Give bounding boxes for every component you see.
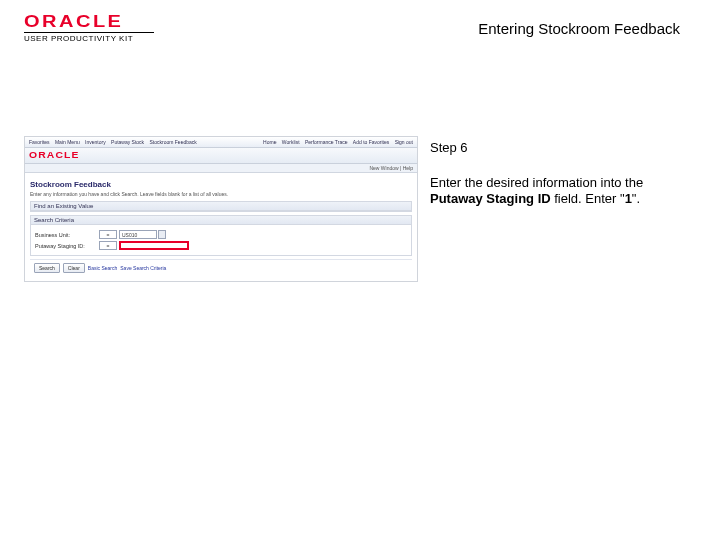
find-section-header: Find an Existing Value	[31, 202, 411, 211]
instruction-part1: Enter the desired information into the	[430, 175, 643, 190]
instruction-value: 1	[625, 191, 632, 206]
crumb-item[interactable]: Inventory	[85, 139, 106, 145]
button-bar: Search Clear Basic Search Save Search Cr…	[30, 259, 412, 277]
global-actions: Home Worklist Performance Trace Add to F…	[259, 139, 413, 145]
putaway-staging-id-row: Putaway Staging ID: =	[35, 241, 407, 250]
putaway-staging-id-field[interactable]	[119, 241, 189, 250]
step-instruction: Enter the desired information into the P…	[430, 175, 675, 208]
app-body: Stockroom Feedback Enter any information…	[25, 173, 417, 281]
oracle-logo: ORACLE	[24, 14, 187, 30]
home-link[interactable]: Home	[263, 139, 276, 145]
app-brandrow: ORACLE	[25, 148, 417, 164]
crumb-item[interactable]: Main Menu	[55, 139, 80, 145]
save-criteria-link[interactable]: Save Search Criteria	[120, 265, 166, 271]
step-label: Step 6	[430, 140, 468, 155]
putaway-id-label: Putaway Staging ID:	[35, 243, 99, 249]
perf-trace-link[interactable]: Performance Trace	[305, 139, 348, 145]
brand-rule	[24, 32, 154, 33]
business-unit-op[interactable]: =	[99, 230, 117, 239]
page-title: Entering Stockroom Feedback	[478, 20, 680, 37]
brand-block: ORACLE USER PRODUCTIVITY KIT	[24, 14, 154, 43]
app-topbar: Favorites Main Menu Inventory Putaway St…	[25, 137, 417, 148]
instruction-part3: ".	[632, 191, 640, 206]
breadcrumb: Favorites Main Menu Inventory Putaway St…	[29, 139, 201, 145]
crumb-item[interactable]: Putaway Stock	[111, 139, 144, 145]
basic-search-link[interactable]: Basic Search	[88, 265, 117, 271]
search-button[interactable]: Search	[34, 263, 60, 273]
worklist-link[interactable]: Worklist	[282, 139, 300, 145]
criteria-section-header: Search Criteria	[31, 216, 411, 225]
find-section: Find an Existing Value	[30, 201, 412, 212]
clear-button[interactable]: Clear	[63, 263, 85, 273]
crumb-item[interactable]: Stockroom Feedback	[150, 139, 197, 145]
business-unit-row: Business Unit: = US010	[35, 230, 407, 239]
embedded-app-screenshot: Favorites Main Menu Inventory Putaway St…	[24, 136, 418, 282]
add-favorites-link[interactable]: Add to Favorites	[353, 139, 389, 145]
app-subbar: New Window | Help	[25, 164, 417, 173]
business-unit-field[interactable]: US010	[119, 230, 157, 239]
criteria-section: Search Criteria Business Unit: = US010 P…	[30, 215, 412, 256]
signout-link[interactable]: Sign out	[395, 139, 413, 145]
app-oracle-logo: ORACLE	[29, 150, 80, 160]
instruction-part2: field. Enter "	[551, 191, 625, 206]
putaway-id-op[interactable]: =	[99, 241, 117, 250]
brand-subtitle: USER PRODUCTIVITY KIT	[24, 34, 154, 43]
instruction-field-name: Putaway Staging ID	[430, 191, 551, 206]
business-unit-label: Business Unit:	[35, 232, 99, 238]
crumb-item[interactable]: Favorites	[29, 139, 50, 145]
app-hint: Enter any information you have and click…	[30, 191, 412, 197]
app-page-title: Stockroom Feedback	[30, 180, 412, 189]
lookup-icon[interactable]	[158, 230, 166, 239]
